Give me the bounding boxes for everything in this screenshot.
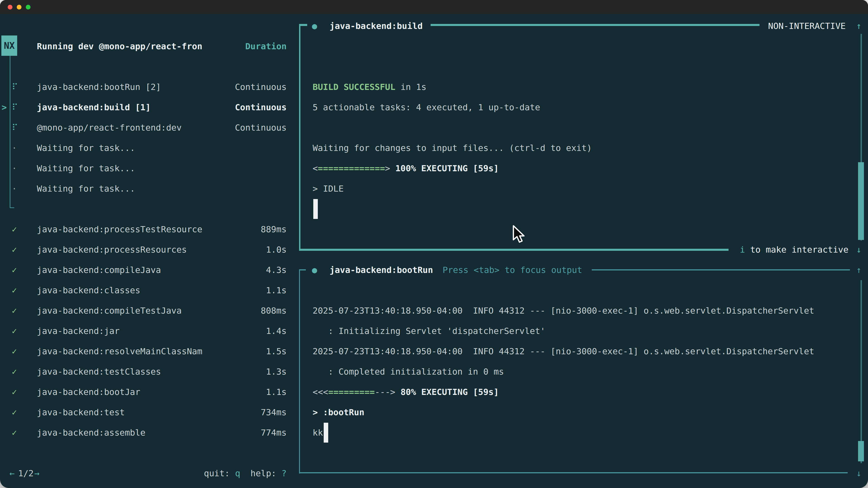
completed-task-row[interactable]: ✓ java-backend:classes 1.1s [0, 280, 868, 300]
progress-bar-fill: ========= [328, 382, 375, 402]
bootrun-input-line[interactable]: kk [0, 422, 868, 443]
progress-bar-fill: ============= [318, 158, 385, 178]
build-panel-header: ● java-backend:build NON-INTERACTIVE ↑ [0, 16, 868, 36]
progress-label: 80% EXECUTING [59s] [395, 382, 499, 402]
build-panel-title: java-backend:build [330, 16, 423, 36]
build-scroll-thumb[interactable] [858, 162, 864, 240]
log-line: : Initializing Servlet 'dispatcherServle… [0, 321, 868, 341]
build-waiting-text: Waiting for changes to input files... (c… [313, 138, 592, 158]
duration-column-header: Duration [0, 36, 287, 57]
build-panel-border-left [299, 24, 301, 251]
log-line: : Completed initialization in 0 ms [0, 361, 868, 382]
bootrun-panel-header: ● java-backend:bootRun Press <tab> to fo… [0, 260, 868, 280]
build-progress-line: < ============= > 100% EXECUTING [59s] [0, 158, 868, 178]
build-idle-line: > IDLE [0, 178, 868, 199]
completed-task-row[interactable]: ✓ java-backend:processTestResource 889ms [0, 219, 868, 239]
task-duration: Continuous [0, 118, 287, 138]
bootrun-progress-line: <<< ========= --- > 80% EXECUTING [59s] [0, 382, 868, 402]
progress-label: 100% EXECUTING [59s] [390, 158, 499, 178]
interactive-hint-key: i [740, 239, 745, 260]
mouse-cursor-icon [511, 225, 525, 243]
typed-input: kk [313, 422, 323, 443]
titlebar [0, 0, 868, 14]
build-status-suffix: in 1s [395, 77, 426, 97]
task-duration: 889ms [0, 219, 287, 239]
bootrun-scroll-track [861, 280, 862, 463]
screenshot: NX Running dev @mono-app/react-fron Dura… [0, 0, 868, 488]
prompt-text: > :bootRun [313, 402, 364, 422]
build-summary: 5 actionable tasks: 4 executed, 1 up-to-… [313, 97, 540, 118]
task-row-frontend-dev[interactable]: ⠏ @mono-app/react-frontend:dev Continuou… [0, 118, 868, 138]
build-status-line: BUILD SUCCESSFUL in 1s [0, 77, 868, 97]
build-terminal-cursor[interactable] [313, 199, 318, 219]
build-status: BUILD SUCCESSFUL [313, 77, 395, 97]
panel-dot-icon: ● [312, 16, 317, 36]
log-text: : Completed initialization in 0 ms [313, 361, 504, 382]
build-waiting-line: Waiting for changes to input files... (c… [0, 138, 868, 158]
terminal-window: NX Running dev @mono-app/react-fron Dura… [0, 0, 868, 488]
tree-line-corner [10, 207, 14, 208]
scroll-up-icon: ↑ [856, 260, 862, 280]
progress-open: < [313, 158, 318, 178]
build-panel-mode-badge: NON-INTERACTIVE [768, 16, 846, 36]
maximize-button[interactable] [26, 5, 31, 9]
log-text: 2025-07-23T13:40:18.950-04:00 INFO 44312… [313, 300, 814, 321]
progress-close: > [385, 158, 390, 178]
close-button[interactable] [8, 5, 12, 9]
progress-dashes: --- [375, 382, 391, 402]
bootrun-panel-footer: ↓ [0, 463, 868, 484]
task-duration: 1.1s [0, 280, 287, 300]
build-summary-line: 5 actionable tasks: 4 executed, 1 up-to-… [0, 97, 868, 118]
sidebar-header: Running dev @mono-app/react-fron Duratio… [0, 36, 868, 57]
bootrun-prompt-line: > :bootRun [0, 402, 868, 422]
bootrun-scroll-thumb[interactable] [858, 441, 864, 461]
interactive-hint-text: to make interactive [745, 239, 848, 260]
focus-output-hint: Press <tab> to focus output [442, 260, 582, 280]
minimize-button[interactable] [17, 5, 22, 9]
build-panel-footer: i to make interactive ↓ [0, 239, 868, 260]
bootrun-panel-title: java-backend:bootRun [330, 260, 433, 280]
log-line: 2025-07-23T13:40:18.950-04:00 INFO 44312… [0, 341, 868, 361]
scroll-down-icon: ↓ [856, 239, 862, 260]
log-text: : Initializing Servlet 'dispatcherServle… [313, 321, 546, 341]
scroll-down-icon: ↓ [856, 463, 862, 484]
progress-close: > [390, 382, 395, 402]
progress-moved: <<< [313, 382, 328, 402]
log-line: 2025-07-23T13:40:18.950-04:00 INFO 44312… [0, 300, 868, 321]
bootrun-terminal-cursor[interactable] [324, 423, 328, 443]
panel-dot-icon: ● [312, 260, 317, 280]
idle-text: > IDLE [313, 178, 344, 199]
scroll-up-icon: ↑ [856, 16, 862, 36]
log-text: 2025-07-23T13:40:18.950-04:00 INFO 44312… [313, 341, 814, 361]
